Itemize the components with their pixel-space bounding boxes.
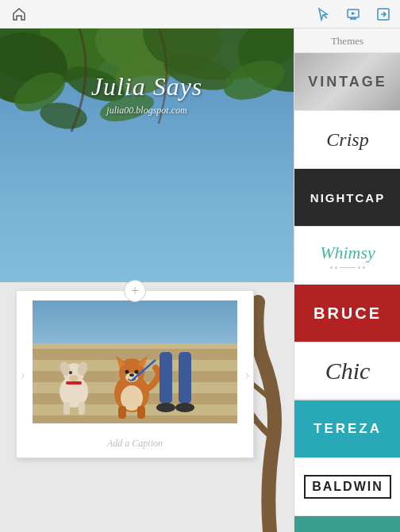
- blog-title-block: Julia Says julia00.blogspot.com: [91, 72, 203, 117]
- theme-bruce-label: BRUCE: [313, 304, 382, 323]
- svg-point-23: [69, 371, 72, 374]
- theme-item-chic[interactable]: Chic: [294, 343, 400, 400]
- post-card: + › ›: [16, 290, 254, 458]
- post-image: [33, 300, 237, 423]
- theme-tereza-label: TEREZA: [313, 421, 382, 437]
- svg-marker-2: [352, 12, 356, 15]
- next-arrow[interactable]: ›: [244, 364, 250, 385]
- dog-white-svg: [52, 356, 96, 415]
- svg-line-0: [324, 15, 327, 18]
- themes-panel: Themes VINTAGE Crisp NIGHTCAP Whimsy BRU…: [294, 29, 400, 532]
- top-bar-right: [314, 6, 392, 23]
- svg-rect-43: [160, 352, 172, 404]
- svg-rect-40: [118, 406, 126, 419]
- svg-point-36: [125, 370, 129, 374]
- svg-rect-41: [137, 406, 145, 419]
- photo-sky: [33, 300, 237, 343]
- svg-rect-27: [66, 381, 82, 385]
- svg-rect-25: [63, 402, 70, 415]
- theme-item-wesley[interactable]: WESLEY: [294, 516, 400, 532]
- top-bar-left: [8, 3, 30, 25]
- prev-arrow[interactable]: ›: [20, 364, 25, 385]
- dog-brown-svg: [104, 352, 160, 419]
- svg-point-39: [129, 373, 134, 377]
- svg-point-45: [156, 403, 175, 412]
- theme-item-crisp[interactable]: Crisp: [294, 111, 400, 169]
- theme-nightcap-label: NIGHTCAP: [310, 191, 385, 205]
- svg-point-24: [69, 375, 79, 381]
- person-legs-svg: [156, 352, 195, 423]
- share-icon[interactable]: [375, 6, 392, 23]
- theme-item-nightcap[interactable]: NIGHTCAP: [294, 169, 400, 227]
- post-caption[interactable]: Add a Caption: [17, 433, 253, 457]
- theme-whimsy-label: Whimsy: [320, 243, 375, 263]
- themes-panel-header: Themes: [294, 29, 400, 53]
- blog-subtitle: julia00.blogspot.com: [91, 105, 203, 117]
- theme-item-tereza[interactable]: TEREZA: [294, 400, 400, 458]
- theme-item-baldwin[interactable]: BALDWIN: [294, 458, 400, 516]
- theme-chic-label: Chic: [325, 358, 371, 385]
- svg-rect-26: [79, 402, 85, 415]
- theme-crisp-label: Crisp: [326, 129, 368, 151]
- top-bar: [0, 0, 400, 29]
- post-image-wrapper: [17, 291, 253, 433]
- whimsy-decoration: [330, 266, 365, 269]
- theme-vintage-label: VINTAGE: [308, 74, 387, 90]
- main-blog-area: Julia Says julia00.blogspot.com + › ›: [0, 29, 294, 532]
- home-button[interactable]: [8, 3, 30, 25]
- svg-point-37: [135, 370, 139, 374]
- theme-item-vintage[interactable]: VINTAGE: [294, 53, 400, 111]
- cursor-icon[interactable]: [314, 6, 332, 23]
- svg-point-31: [121, 358, 143, 374]
- add-content-button[interactable]: +: [124, 280, 146, 302]
- svg-point-46: [175, 403, 194, 412]
- screen-icon[interactable]: [344, 6, 362, 23]
- theme-baldwin-label: BALDWIN: [304, 475, 391, 499]
- svg-rect-44: [179, 352, 191, 404]
- blog-title: Julia Says: [91, 72, 203, 101]
- theme-item-whimsy[interactable]: Whimsy: [294, 227, 400, 285]
- theme-item-bruce[interactable]: BRUCE: [294, 285, 400, 343]
